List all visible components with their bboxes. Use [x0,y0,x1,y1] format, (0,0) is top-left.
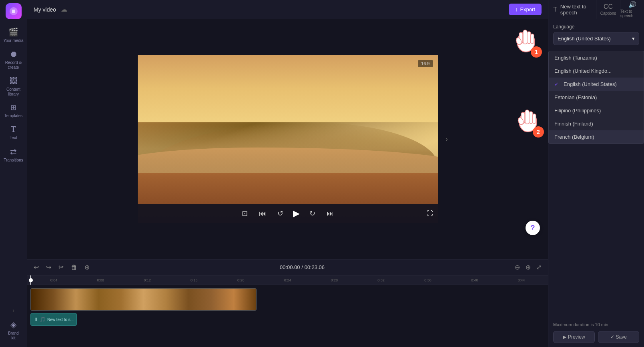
save-button[interactable]: ✓ Save [598,331,640,343]
sidebar-item-content-library[interactable]: 🖼 Contentlibrary [0,73,27,100]
video-track [30,288,545,311]
playback-controls: ⊡ ⏮ ↺ ▶ ↻ ⏭ ⛶ [138,204,438,223]
max-duration-note: Maximum duration is 10 min [553,322,639,327]
chevron-down-icon: ▾ [632,36,635,42]
your-media-icon: 🎬 [8,27,18,37]
tts-track: ⏸ 🎵 New text to s... [30,313,545,326]
rewind-button[interactable]: ↺ [276,207,285,219]
right-panel-bottom: Maximum duration is 10 min ▶ Preview ✓ S… [548,318,644,347]
ruler-mark: 0:04 [30,278,77,282]
timeline-area: ↩ ↪ ✂ 🗑 ⊕ 00:00.00 / 00:23.06 ⊖ ⊕ ⤢ 0:04… [27,259,548,347]
skip-back-button[interactable]: ⏮ [257,208,268,219]
video-clip[interactable] [30,288,257,311]
playhead[interactable] [30,275,31,285]
fullscreen-button[interactable]: ⛶ [427,210,433,217]
export-button[interactable]: ↑ Export [509,4,542,15]
sidebar: 🎬 Your media ⏺ Record &create 🖼 Contentl… [0,0,27,347]
language-dropdown-button[interactable]: English (United States) ▾ [553,32,639,45]
ruler-mark: 0:40 [451,278,498,282]
cut-button[interactable]: ✂ [57,263,65,272]
ruler-mark: 0:44 [498,278,545,282]
subtitle-toggle-button[interactable]: ⊡ [240,207,249,219]
text-icon: T [11,125,16,134]
zoom-controls: ⊖ ⊕ ⤢ [513,263,543,272]
lang-option-french-belgium[interactable]: French (Belgium) [549,130,644,144]
app-logo[interactable] [6,3,22,19]
sidebar-item-brand-kit[interactable]: ◈ Brandkit [0,317,27,344]
brand-kit-icon: ◈ [10,320,16,329]
main-area: My video ☁ ↑ Export 16:9 ⊡ ⏮ ↺ ▶ ↻ [27,0,548,347]
action-buttons: ▶ Preview ✓ Save [553,331,639,343]
ruler-mark: 0:36 [405,278,451,282]
zoom-out-button[interactable]: ⊖ [513,263,522,272]
lang-option-estonian[interactable]: Estonian (Estonia) [549,91,644,104]
sidebar-item-your-media[interactable]: 🎬 Your media [0,24,27,46]
new-tts-header: T New text to speech [548,0,596,19]
scroll-right-arrow[interactable]: › [445,135,448,144]
language-section: Language English (United States) ▾ [548,19,644,50]
transitions-icon: ⇄ [10,147,17,156]
tts-tab-icon: 🔊 [628,1,636,8]
language-dropdown-list: English (Tanzania) English (United Kingd… [548,51,644,144]
ruler-mark: 0:28 [311,278,358,282]
duplicate-button[interactable]: ⊕ [83,263,91,272]
ruler-mark: 0:12 [124,278,171,282]
sidebar-item-text[interactable]: T Text [0,122,27,144]
new-tts-label: New text to speech [560,4,591,16]
ruler-mark: 0:16 [171,278,217,282]
redo-button[interactable]: ↪ [44,263,53,272]
tts-tab[interactable]: 🔊 Text to speech [620,0,644,19]
captions-tab[interactable]: CC Captions [596,0,620,19]
templates-icon: ⊞ [10,103,16,112]
right-panel-spacer [548,144,644,318]
tts-tab-label: Text to speech [620,9,644,18]
skip-forward-button[interactable]: ⏭ [325,208,335,219]
undo-button[interactable]: ↩ [32,263,40,272]
zoom-in-button[interactable]: ⊕ [524,263,532,272]
lang-option-finnish[interactable]: Finnish (Finland) [549,117,644,130]
cloud-save-icon: ☁ [61,6,67,13]
video-container: 16:9 ⊡ ⏮ ↺ ▶ ↻ ⏭ ⛶ ? › [27,19,548,259]
lang-option-english-us[interactable]: English (United States) [549,78,644,91]
tts-clip-label: New text to s... [47,317,74,322]
export-icon: ↑ [515,6,518,12]
video-title[interactable]: My video [34,6,56,13]
topbar: My video ☁ ↑ Export [27,0,548,19]
delete-button[interactable]: 🗑 [69,263,79,272]
help-button[interactable]: ? [526,221,540,235]
ruler-mark: 0:32 [358,278,405,282]
sidebar-item-record-create[interactable]: ⏺ Record &create [0,46,27,73]
right-panel: T New text to speech CC Captions 🔊 Text … [548,0,644,347]
sidebar-item-transitions[interactable]: ⇄ Transitions [0,144,27,166]
lang-option-english-uk[interactable]: English (United Kingdo... [549,64,644,78]
preview-button[interactable]: ▶ Preview [553,331,595,343]
lang-option-english-tanzania[interactable]: English (Tanzania) [549,51,644,64]
ruler-marks: 0:04 0:08 0:12 0:16 0:20 0:24 0:28 0:32 … [30,278,545,282]
timeline-time-display: 00:00.00 / 00:23.06 [95,264,509,270]
ruler-mark: 0:20 [217,278,264,282]
preview-icon: ▶ [563,334,566,340]
selected-language-text: English (United States) [558,36,611,42]
timeline-tracks: ⏸ 🎵 New text to s... [27,285,548,347]
ruler-mark: 0:24 [264,278,311,282]
sidebar-item-templates[interactable]: ⊞ Templates [0,100,27,122]
language-label: Language [553,24,639,30]
fast-forward-button[interactable]: ↻ [308,207,317,219]
record-icon: ⏺ [10,50,18,59]
tts-header-icon: T [553,6,557,13]
tts-clip-waveform-icon: 🎵 [40,317,46,322]
aspect-ratio-badge: 16:9 [418,60,433,67]
lang-option-filipino[interactable]: Filipino (Philippines) [549,104,644,117]
play-pause-button[interactable]: ▶ [293,208,300,219]
captions-icon: CC [604,3,613,10]
content-library-icon: 🖼 [10,76,18,86]
tts-clip-icon: ⏸ [33,317,38,322]
right-panel-header: T New text to speech CC Captions 🔊 Text … [548,0,644,19]
tts-clip[interactable]: ⏸ 🎵 New text to s... [30,313,77,326]
captions-label: Captions [600,11,616,16]
fit-view-button[interactable]: ⤢ [535,263,543,272]
timeline-toolbar: ↩ ↪ ✂ 🗑 ⊕ 00:00.00 / 00:23.06 ⊖ ⊕ ⤢ [27,259,548,275]
sidebar-collapse-arrow[interactable]: › [0,307,27,313]
save-checkmark-icon: ✓ [610,334,614,340]
video-frame: 16:9 ⊡ ⏮ ↺ ▶ ↻ ⏭ ⛶ [138,55,438,223]
